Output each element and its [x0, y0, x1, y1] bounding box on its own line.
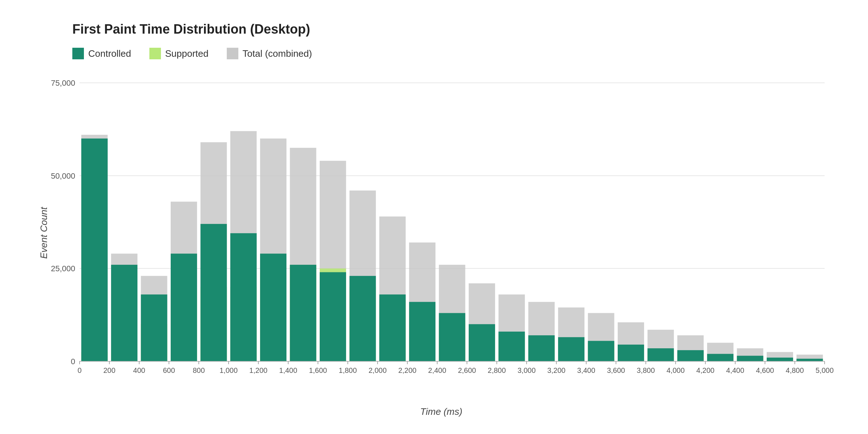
svg-text:3,600: 3,600: [607, 366, 625, 374]
svg-text:50,000: 50,000: [51, 171, 75, 180]
svg-text:2,800: 2,800: [488, 366, 506, 374]
svg-text:2,600: 2,600: [458, 366, 476, 374]
x-axis-label: Time (ms): [420, 406, 463, 417]
legend-item-controlled: Controlled: [72, 48, 131, 59]
svg-text:3,400: 3,400: [577, 366, 595, 374]
svg-text:200: 200: [103, 366, 115, 374]
controlled-swatch: [72, 48, 84, 59]
svg-rect-13: [111, 265, 137, 361]
svg-rect-49: [469, 324, 495, 361]
svg-rect-52: [498, 332, 525, 361]
svg-rect-64: [618, 345, 644, 361]
chart-area: Event Count Time (ms) 025,00050,00075,00…: [43, 74, 839, 392]
svg-rect-40: [379, 294, 406, 361]
svg-rect-22: [200, 224, 227, 361]
svg-text:2,400: 2,400: [428, 366, 446, 374]
svg-text:25,000: 25,000: [51, 264, 75, 273]
svg-rect-82: [796, 359, 823, 361]
svg-text:4,000: 4,000: [667, 366, 685, 374]
svg-text:3,800: 3,800: [637, 366, 655, 374]
svg-text:1,800: 1,800: [339, 366, 357, 374]
svg-text:4,200: 4,200: [696, 366, 714, 374]
legend-item-supported: Supported: [149, 48, 209, 59]
svg-text:3,200: 3,200: [547, 366, 565, 374]
svg-text:800: 800: [193, 366, 205, 374]
svg-rect-79: [767, 358, 793, 361]
svg-rect-70: [677, 350, 704, 361]
legend-label-supported: Supported: [165, 48, 209, 59]
chart-container: First Paint Time Distribution (Desktop) …: [0, 0, 868, 434]
svg-text:3,000: 3,000: [518, 366, 536, 374]
svg-text:4,400: 4,400: [726, 366, 744, 374]
svg-text:4,800: 4,800: [786, 366, 804, 374]
svg-text:1,000: 1,000: [220, 366, 238, 374]
y-axis-label: Event Count: [38, 207, 50, 259]
svg-rect-58: [558, 337, 584, 361]
svg-text:1,400: 1,400: [279, 366, 297, 374]
chart-title: First Paint Time Distribution (Desktop): [72, 22, 839, 37]
svg-rect-25: [230, 233, 257, 361]
svg-text:2,200: 2,200: [398, 366, 416, 374]
svg-text:75,000: 75,000: [51, 78, 75, 88]
svg-rect-67: [647, 348, 674, 361]
svg-rect-10: [81, 139, 108, 361]
svg-rect-34: [320, 272, 346, 361]
svg-text:0: 0: [77, 366, 81, 374]
svg-rect-43: [409, 302, 435, 361]
svg-rect-76: [737, 356, 763, 361]
svg-rect-19: [171, 254, 197, 361]
svg-text:1,600: 1,600: [309, 366, 327, 374]
svg-rect-61: [588, 341, 614, 361]
svg-text:400: 400: [133, 366, 145, 374]
svg-text:0: 0: [71, 357, 75, 366]
legend-label-controlled: Controlled: [88, 48, 131, 59]
svg-rect-55: [528, 335, 555, 361]
svg-rect-37: [349, 276, 376, 361]
legend: Controlled Supported Total (combined): [72, 48, 839, 59]
svg-text:600: 600: [163, 366, 175, 374]
legend-item-total: Total (combined): [227, 48, 312, 59]
total-swatch: [227, 48, 238, 59]
legend-label-total: Total (combined): [243, 48, 312, 59]
svg-rect-46: [439, 313, 465, 361]
svg-text:5,000: 5,000: [816, 366, 834, 374]
svg-rect-31: [290, 265, 316, 361]
supported-swatch: [149, 48, 161, 59]
chart-svg: 025,00050,00075,00002004006008001,0001,2…: [43, 74, 839, 392]
svg-rect-73: [707, 354, 733, 361]
svg-text:4,600: 4,600: [756, 366, 774, 374]
svg-rect-28: [260, 254, 286, 361]
svg-text:2,000: 2,000: [369, 366, 387, 374]
svg-rect-16: [141, 294, 167, 361]
svg-text:1,200: 1,200: [249, 366, 267, 374]
